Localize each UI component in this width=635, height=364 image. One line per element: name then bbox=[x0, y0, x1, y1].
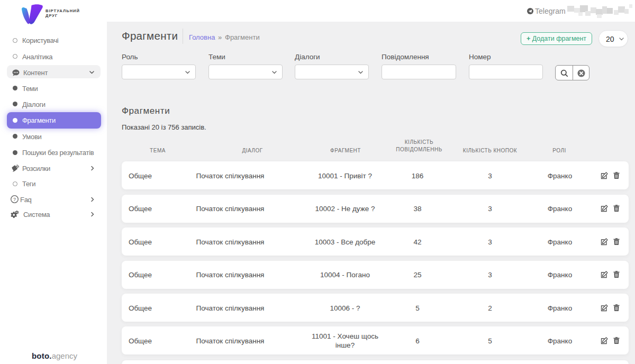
svg-text:?: ? bbox=[13, 197, 16, 202]
